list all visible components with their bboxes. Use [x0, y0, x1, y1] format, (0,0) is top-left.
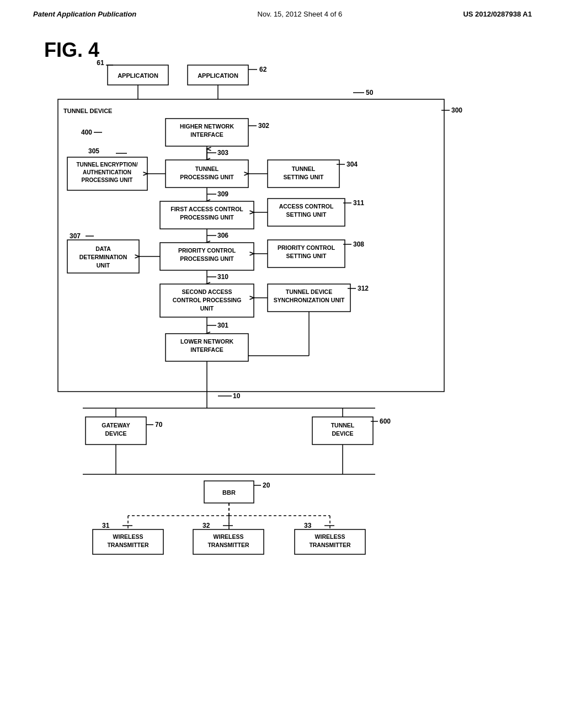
svg-text:APPLICATION: APPLICATION	[198, 72, 238, 79]
svg-text:20: 20	[263, 481, 270, 489]
svg-text:311: 311	[353, 199, 364, 207]
svg-text:307: 307	[70, 232, 81, 240]
svg-rect-0	[108, 65, 168, 85]
svg-text:308: 308	[353, 240, 364, 248]
svg-text:62: 62	[259, 66, 267, 73]
svg-text:10: 10	[233, 392, 241, 400]
svg-text:APPLICATION: APPLICATION	[118, 72, 158, 79]
header-right: US 2012/0287938 A1	[463, 10, 532, 18]
svg-text:TUNNEL ENCRYPTION/: TUNNEL ENCRYPTION/	[76, 162, 137, 168]
svg-text:TRANSMITTER: TRANSMITTER	[309, 542, 351, 548]
svg-rect-128	[93, 529, 163, 554]
svg-text:WIRELESS: WIRELESS	[113, 533, 143, 540]
fig-label: FIG. 4	[44, 39, 99, 62]
svg-text:309: 309	[217, 190, 228, 198]
svg-text:SETTING UNIT: SETTING UNIT	[284, 174, 324, 180]
svg-rect-82	[268, 284, 350, 312]
svg-text:DEVICE: DEVICE	[105, 430, 126, 437]
svg-text:312: 312	[358, 285, 369, 292]
svg-text:TRANSMITTER: TRANSMITTER	[107, 542, 149, 548]
svg-rect-20	[166, 119, 248, 146]
svg-text:UNIT: UNIT	[97, 262, 110, 269]
svg-text:INTERFACE: INTERFACE	[190, 346, 223, 353]
svg-rect-12	[58, 99, 444, 392]
svg-text:TUNNEL DEVICE: TUNNEL DEVICE	[286, 288, 332, 295]
svg-rect-38	[268, 160, 339, 188]
svg-rect-65	[160, 243, 254, 270]
svg-text:SYNCHRONIZATION UNIT: SYNCHRONIZATION UNIT	[274, 297, 345, 303]
svg-text:303: 303	[217, 149, 228, 157]
svg-text:FIRST ACCESS CONTROL: FIRST ACCESS CONTROL	[170, 206, 243, 212]
svg-rect-78	[160, 284, 254, 317]
header: Patent Application Publication Nov. 15, …	[0, 0, 565, 18]
svg-text:400: 400	[81, 129, 92, 136]
svg-text:32: 32	[202, 522, 210, 529]
svg-text:WIRELESS: WIRELESS	[214, 533, 244, 540]
svg-text:300: 300	[451, 106, 462, 114]
svg-text:AUTHENTICATION: AUTHENTICATION	[83, 169, 131, 175]
svg-text:UNIT: UNIT	[200, 305, 214, 312]
svg-text:PROCESSING UNIT: PROCESSING UNIT	[82, 177, 133, 183]
svg-text:HIGHER NETWORK: HIGHER NETWORK	[180, 123, 234, 130]
svg-text:31: 31	[102, 522, 110, 529]
page: Patent Application Publication Nov. 15, …	[0, 0, 565, 728]
svg-text:SECOND ACCESS: SECOND ACCESS	[182, 288, 232, 295]
svg-text:INTERFACE: INTERFACE	[190, 131, 223, 138]
svg-text:TUNNEL: TUNNEL	[292, 165, 316, 172]
header-center: Nov. 15, 2012 Sheet 4 of 6	[258, 10, 343, 18]
svg-text:PROCESSING UNIT: PROCESSING UNIT	[180, 174, 234, 180]
svg-text:CONTROL PROCESSING: CONTROL PROCESSING	[173, 297, 242, 303]
svg-rect-107	[312, 417, 373, 445]
svg-text:600: 600	[380, 417, 391, 425]
svg-text:PRIORITY CONTROL: PRIORITY CONTROL	[178, 247, 236, 254]
svg-text:70: 70	[155, 421, 163, 429]
svg-rect-138	[295, 529, 365, 554]
svg-text:302: 302	[258, 122, 269, 130]
svg-text:TRANSMITTER: TRANSMITTER	[207, 542, 249, 548]
svg-text:LOWER NETWORK: LOWER NETWORK	[180, 338, 234, 345]
svg-text:ACCESS CONTROL: ACCESS CONTROL	[279, 203, 334, 210]
svg-rect-117	[204, 481, 254, 503]
svg-text:DEVICE: DEVICE	[332, 430, 353, 437]
svg-text:WIRELESS: WIRELESS	[315, 533, 345, 540]
svg-rect-28	[166, 160, 248, 188]
svg-text:BBR: BBR	[222, 489, 236, 496]
svg-text:GATEWAY: GATEWAY	[102, 422, 130, 429]
diagram-svg: APPLICATION 61 APPLICATION 62 50 300 TUN…	[0, 0, 565, 728]
svg-text:305: 305	[88, 147, 99, 155]
header-left: Patent Application Publication	[33, 10, 136, 18]
svg-rect-93	[166, 334, 248, 361]
svg-text:SETTING UNIT: SETTING UNIT	[286, 253, 327, 259]
svg-text:PRIORITY CONTROL: PRIORITY CONTROL	[278, 244, 335, 251]
svg-rect-133	[193, 529, 264, 554]
svg-text:TUNNEL DEVICE: TUNNEL DEVICE	[63, 108, 112, 114]
svg-text:310: 310	[217, 273, 228, 281]
svg-rect-59	[67, 240, 139, 273]
svg-text:TUNNEL: TUNNEL	[195, 165, 219, 172]
svg-text:33: 33	[304, 522, 312, 529]
svg-text:500: 500	[177, 129, 188, 136]
svg-text:SETTING UNIT: SETTING UNIT	[286, 211, 327, 218]
svg-text:304: 304	[347, 160, 358, 168]
svg-text:DETERMINATION: DETERMINATION	[79, 254, 127, 260]
svg-text:PROCESSING UNIT: PROCESSING UNIT	[180, 255, 234, 262]
svg-text:306: 306	[217, 232, 228, 239]
svg-text:PROCESSING UNIT: PROCESSING UNIT	[180, 214, 234, 221]
svg-text:TUNNEL: TUNNEL	[331, 422, 355, 429]
svg-rect-31	[67, 157, 147, 190]
svg-rect-47	[160, 201, 254, 229]
svg-rect-4	[188, 65, 248, 85]
svg-text:DATA: DATA	[95, 245, 111, 252]
svg-rect-50	[268, 199, 345, 226]
svg-text:301: 301	[217, 322, 228, 329]
svg-text:50: 50	[366, 89, 374, 97]
svg-rect-69	[268, 240, 345, 267]
svg-rect-101	[86, 417, 146, 445]
